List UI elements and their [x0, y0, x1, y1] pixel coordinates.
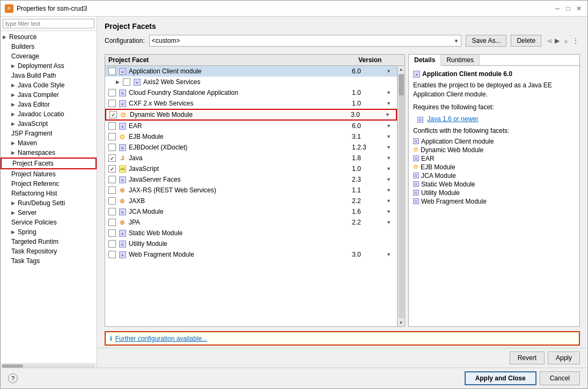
facet-checkbox-static-web[interactable]: [108, 229, 116, 237]
facet-row-ear[interactable]: ≡ EAR 6.0 ▼: [105, 121, 397, 131]
sidebar-item-maven[interactable]: ▶ Maven: [1, 138, 97, 148]
facet-checkbox-cxf[interactable]: [108, 100, 116, 107]
sidebar-item-task-tags[interactable]: Task Tags: [1, 256, 97, 266]
facet-checkbox-jaxrs[interactable]: [108, 186, 116, 194]
facets-scrollbar[interactable]: ▲ ▼: [397, 66, 405, 326]
facet-checkbox-ejbdoclet[interactable]: [108, 144, 116, 151]
version-arrow-icon[interactable]: ▼: [386, 188, 394, 193]
maximize-button[interactable]: □: [564, 4, 572, 13]
facet-checkbox-utility[interactable]: [108, 240, 116, 248]
sidebar-item-jsp-fragment[interactable]: JSP Fragment: [1, 129, 97, 138]
facet-row-javascript[interactable]: ✓ JS JavaScript 1.0 ▼: [105, 163, 397, 174]
version-arrow-icon[interactable]: ▼: [386, 177, 394, 182]
facet-row-jaxrs[interactable]: ⊕ JAX-RS (REST Web Services) 1.1 ▼: [105, 185, 397, 196]
minimize-button[interactable]: ─: [553, 4, 562, 13]
version-arrow-icon[interactable]: ▼: [386, 145, 394, 150]
version-arrow-icon[interactable]: ▼: [386, 198, 394, 204]
version-arrow-icon[interactable]: ▼: [386, 101, 394, 106]
sidebar-item-coverage[interactable]: Coverage: [1, 51, 97, 61]
up-icon[interactable]: ▲: [562, 37, 570, 44]
delete-button[interactable]: Delete: [511, 35, 541, 47]
apply-button[interactable]: Apply: [548, 351, 580, 364]
sidebar-item-java-build-path[interactable]: Java Build Path: [1, 71, 97, 80]
version-arrow-icon[interactable]: ▼: [386, 220, 394, 225]
sidebar-item-java-code-style[interactable]: ▶ Java Code Style: [1, 80, 97, 90]
config-dropdown[interactable]: <custom> ▼: [149, 35, 462, 47]
help-button[interactable]: ?: [8, 373, 18, 383]
sidebar-item-javascript[interactable]: ▶ JavaScript: [1, 119, 97, 129]
facet-row-jaxb[interactable]: ⊕ JAXB 2.2 ▼: [105, 196, 397, 206]
facet-checkbox-app-client[interactable]: [108, 68, 116, 75]
sidebar-item-java-editor[interactable]: ▶ Java Editor: [1, 100, 97, 109]
facet-row-ejb[interactable]: ⚙ EJB Module 3.1 ▼: [105, 131, 397, 142]
sidebar-item-project-facets[interactable]: Project Facets: [1, 158, 97, 169]
requires-link[interactable]: Java 1.6 or newer: [427, 115, 478, 123]
back-icon[interactable]: ◀: [546, 37, 553, 44]
tab-details[interactable]: Details: [409, 55, 441, 66]
filter-input[interactable]: [3, 19, 94, 28]
sidebar-item-resource[interactable]: ▶ Resource: [1, 32, 97, 42]
sidebar-scrollbar[interactable]: [1, 363, 97, 368]
facet-checkbox-javascript[interactable]: ✓: [108, 165, 116, 173]
forward-icon[interactable]: ▶: [554, 37, 561, 44]
version-arrow-icon[interactable]: ▼: [386, 166, 394, 171]
facet-row-app-client[interactable]: ≡ Application Client module 6.0 ▼: [105, 66, 397, 77]
scroll-down-icon[interactable]: ▼: [398, 319, 405, 326]
sidebar-item-project-natures[interactable]: Project Natures: [1, 169, 97, 179]
facet-checkbox-jsf[interactable]: [108, 176, 116, 183]
sidebar-item-project-references[interactable]: Project Referenc: [1, 179, 97, 189]
facet-checkbox-ear[interactable]: [108, 122, 116, 130]
facet-row-cxf[interactable]: ≡ CXF 2.x Web Services 1.0 ▼: [105, 98, 397, 109]
facet-row-jpa[interactable]: ⊕ JPA 2.2 ▼: [105, 217, 397, 228]
facet-row-static-web[interactable]: ≡ Static Web Module: [105, 228, 397, 238]
facet-checkbox-dynamic-web[interactable]: ✓: [109, 111, 117, 118]
facet-checkbox-web-fragment[interactable]: [108, 251, 116, 258]
facet-checkbox-jca[interactable]: [108, 208, 116, 215]
version-arrow-icon[interactable]: ▼: [386, 155, 394, 161]
sidebar-item-namespaces[interactable]: ▶ Namespaces: [1, 148, 97, 158]
sidebar-item-javadoc[interactable]: ▶ Javadoc Locatio: [1, 109, 97, 119]
facet-row-web-fragment[interactable]: ≡ Web Fragment Module 3.0 ▼: [105, 249, 397, 260]
further-config-link[interactable]: Further configuration available...: [115, 335, 207, 342]
sidebar-item-targeted-runtimes[interactable]: Targeted Runtim: [1, 237, 97, 246]
revert-button[interactable]: Revert: [510, 351, 545, 364]
facet-row-java[interactable]: ✓ J Java 1.8 ▼: [105, 153, 397, 163]
tab-runtimes[interactable]: Runtimes: [441, 55, 480, 65]
save-as-button[interactable]: Save As...: [466, 35, 506, 47]
close-button[interactable]: ✕: [575, 4, 583, 13]
facet-checkbox-ejb[interactable]: [108, 133, 116, 140]
sidebar-item-service-policies[interactable]: Service Policies: [1, 218, 97, 227]
version-arrow-icon[interactable]: ▼: [386, 209, 394, 214]
version-arrow-icon[interactable]: ▼: [386, 252, 394, 257]
version-arrow-icon[interactable]: ▼: [386, 90, 394, 95]
facet-checkbox-java[interactable]: ✓: [108, 154, 116, 162]
sidebar-item-builders[interactable]: Builders: [1, 42, 97, 51]
scroll-up-icon[interactable]: ▲: [398, 66, 405, 73]
version-arrow-icon[interactable]: ▼: [385, 112, 393, 117]
menu-icon[interactable]: ⋮: [571, 37, 580, 44]
facet-row-jca[interactable]: ≡ JCA Module 1.6 ▼: [105, 206, 397, 217]
facet-name-java: Java: [129, 154, 350, 162]
version-arrow-icon[interactable]: ▼: [386, 134, 394, 139]
facet-row-utility[interactable]: ≡ Utility Module: [105, 238, 397, 249]
sidebar-item-server[interactable]: ▶ Server: [1, 208, 97, 218]
facet-checkbox-axis2[interactable]: [123, 78, 130, 86]
sidebar-item-deployment[interactable]: ▶ Deployment Ass: [1, 61, 97, 71]
facet-row-dynamic-web[interactable]: ✓ ⚙ Dynamic Web Module 3.0 ▼: [105, 109, 397, 121]
facet-checkbox-cloud-foundry[interactable]: [108, 89, 116, 96]
sidebar-item-spring[interactable]: ▶ Spring: [1, 227, 97, 237]
facet-checkbox-jpa[interactable]: [108, 219, 116, 226]
sidebar-item-refactoring[interactable]: Refactoring Hist: [1, 189, 97, 198]
facet-checkbox-jaxb[interactable]: [108, 197, 116, 205]
sidebar-item-java-compiler[interactable]: ▶ Java Compiler: [1, 90, 97, 100]
sidebar-item-run-debug[interactable]: ▶ Run/Debug Setti: [1, 198, 97, 208]
facet-row-axis2[interactable]: ▶ ≡ Axis2 Web Services: [105, 77, 397, 87]
facet-row-jsf[interactable]: ≡ JavaServer Faces 2.3 ▼: [105, 174, 397, 185]
sidebar-item-task-repository[interactable]: Task Repository: [1, 246, 97, 256]
version-arrow-icon[interactable]: ▼: [386, 123, 394, 129]
cancel-button[interactable]: Cancel: [540, 371, 580, 385]
version-arrow-icon[interactable]: ▼: [386, 69, 394, 74]
apply-and-close-button[interactable]: Apply and Close: [465, 371, 536, 385]
facet-row-ejbdoclet[interactable]: ≡ EJBDoclet (XDoclet) 1.2.3 ▼: [105, 142, 397, 153]
facet-row-cloud-foundry[interactable]: ≡ Cloud Foundry Standalone Application 1…: [105, 87, 397, 98]
